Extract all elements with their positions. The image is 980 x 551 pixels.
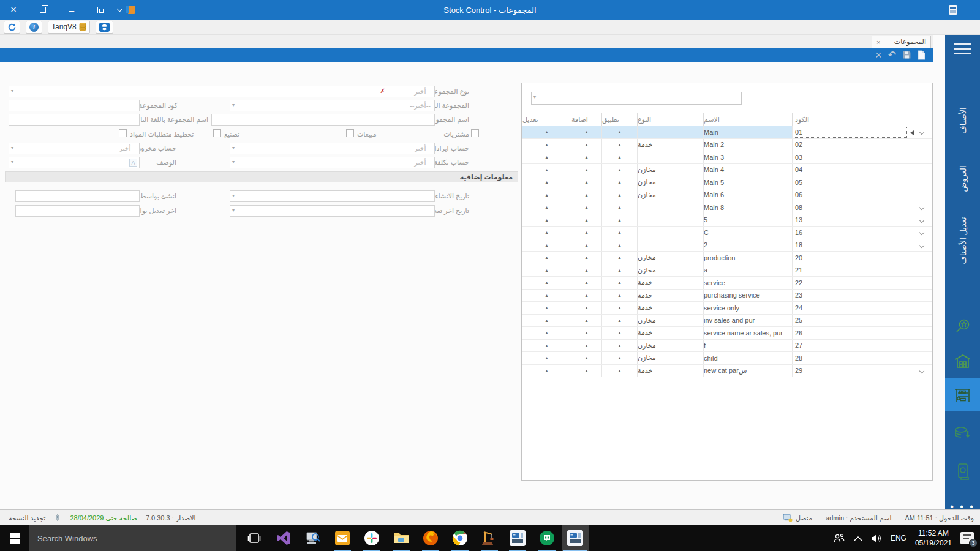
cash-return-icon[interactable] [945, 416, 980, 449]
cell-edit[interactable]: ▴ [522, 214, 571, 227]
clock[interactable]: 11:52 AM 05/19/2021 [915, 528, 952, 548]
dropdown-arrow-icon[interactable]: ▾ [11, 145, 13, 151]
sidebar-tab-items[interactable]: الأصناف [945, 96, 980, 145]
expand-chevron-icon[interactable] [919, 242, 924, 247]
cell-code[interactable]: 08 [792, 201, 908, 214]
column-header-add[interactable]: اضافة [571, 113, 601, 126]
cell-type[interactable]: مخازن [637, 176, 703, 189]
cell-add[interactable]: ▴ [571, 139, 601, 151]
cell-add[interactable]: ▴ [571, 290, 601, 302]
cell-apply[interactable]: ▴ [601, 176, 637, 189]
column-header-apply[interactable]: تطبيق [601, 113, 637, 126]
cell-edit[interactable]: ▴ [522, 176, 571, 189]
cell-edit[interactable]: ▴ [522, 126, 571, 138]
cell-apply[interactable]: ▴ [601, 239, 637, 252]
tab-close-icon[interactable]: × [876, 39, 880, 46]
modified-by-input[interactable] [15, 205, 140, 217]
cell-code[interactable]: 21 [792, 264, 908, 277]
pos-app-icon[interactable] [504, 525, 531, 551]
cell-edit[interactable]: ▴ [522, 352, 571, 364]
cell-apply[interactable]: ▴ [601, 139, 637, 151]
cell-edit[interactable]: ▴ [522, 277, 571, 289]
sidebar-tab-edit-items[interactable]: تعديل الأصناف [945, 208, 980, 272]
hangouts-icon[interactable] [533, 525, 560, 551]
dropdown-arrow-icon[interactable]: ▾ [232, 159, 235, 165]
file-explorer-icon[interactable] [388, 525, 415, 551]
column-header-edit[interactable]: تعديل [522, 113, 571, 126]
cell-name[interactable]: Main 5 [703, 176, 792, 189]
slack-icon[interactable] [358, 525, 385, 551]
sales-checkbox[interactable] [346, 129, 354, 137]
table-row[interactable]: 20productionمخازن▴▴▴ [522, 252, 932, 264]
parent-group-combobox[interactable]: ▾ --أختر-- [230, 100, 435, 111]
column-header-code[interactable]: الكود [792, 113, 908, 126]
inventory-account-combobox[interactable]: ▾ --أختر-- [9, 143, 140, 154]
table-row[interactable]: 05Main 5مخازن▴▴▴ [522, 176, 932, 189]
mail-icon[interactable] [329, 525, 356, 551]
table-row[interactable]: 27fمخازن▴▴▴ [522, 340, 932, 353]
modified-date-input[interactable]: ▾ [230, 205, 435, 217]
cell-apply[interactable]: ▴ [601, 352, 637, 364]
table-row[interactable]: 06Main 6مخازن▴▴▴ [522, 189, 932, 202]
cell-type[interactable]: مخازن [637, 340, 703, 352]
table-row[interactable]: 28childمخازن▴▴▴ [522, 352, 932, 365]
cell-type[interactable]: مخازن [637, 252, 703, 264]
cell-code[interactable]: 16 [792, 227, 908, 239]
column-header-type[interactable]: النوع [637, 113, 703, 126]
cell-name[interactable]: a [703, 264, 792, 277]
cell-type[interactable]: مخازن [637, 264, 703, 277]
cell-add[interactable]: ▴ [571, 189, 601, 201]
mrp-checkbox[interactable] [119, 129, 127, 137]
cell-type[interactable] [637, 126, 703, 138]
cell-name[interactable]: Main 8 [703, 201, 792, 214]
cell-apply[interactable]: ▴ [601, 327, 637, 339]
table-row[interactable]: 26service name ar sales, purخدمة▴▴▴ [522, 327, 932, 340]
close-record-icon[interactable]: × [875, 50, 882, 61]
remote-support-button[interactable] [96, 21, 113, 34]
cell-edit[interactable]: ▴ [522, 151, 571, 163]
manufacturing-checkbox[interactable] [213, 129, 221, 137]
cell-name[interactable]: inv sales and pur [703, 315, 792, 327]
cell-add[interactable]: ▴ [571, 239, 601, 252]
cell-edit[interactable]: ▴ [522, 302, 571, 314]
cell-edit[interactable]: ▴ [522, 164, 571, 176]
cell-code[interactable]: 18 [792, 239, 908, 252]
cell-edit[interactable]: ▴ [522, 340, 571, 352]
table-row[interactable]: 03Main 3▴▴▴ [522, 151, 932, 164]
cell-add[interactable]: ▴ [571, 302, 601, 314]
device-payment-icon[interactable] [945, 454, 980, 488]
favorites-search-icon[interactable] [945, 309, 980, 343]
cell-type[interactable]: خدمة [637, 290, 703, 302]
clear-icon[interactable]: ✗ [380, 88, 385, 94]
group-code-input[interactable] [9, 100, 140, 111]
dropdown-arrow-icon[interactable]: ▾ [533, 94, 536, 100]
cell-add[interactable]: ▴ [571, 252, 601, 264]
save-icon[interactable] [902, 50, 911, 59]
start-button[interactable] [0, 525, 29, 551]
table-row[interactable]: 21aمخازن▴▴▴ [522, 264, 932, 277]
purchases-checkbox[interactable] [471, 129, 479, 137]
dropdown-arrow-icon[interactable]: ▾ [232, 102, 235, 108]
cell-code[interactable]: 26 [792, 327, 908, 339]
cell-add[interactable]: ▴ [571, 352, 601, 364]
column-header-name[interactable]: الاسم [703, 113, 792, 126]
cell-type[interactable]: مخازن [637, 315, 703, 327]
cell-add[interactable]: ▴ [571, 327, 601, 339]
cell-add[interactable]: ▴ [571, 264, 601, 277]
cell-add[interactable]: ▴ [571, 164, 601, 176]
cell-code[interactable]: 01 [792, 126, 908, 138]
dropdown-arrow-icon[interactable]: ▾ [11, 88, 13, 94]
cell-edit[interactable]: ▴ [522, 189, 571, 201]
task-view-icon[interactable] [241, 525, 268, 551]
cell-code[interactable]: 06 [792, 189, 908, 201]
pos-app-active-icon[interactable] [562, 525, 589, 551]
cell-type[interactable]: خدمة [637, 139, 703, 151]
table-row[interactable]: 16C▴▴▴ [522, 227, 932, 239]
cell-add[interactable]: ▴ [571, 201, 601, 214]
refresh-button[interactable] [4, 21, 20, 34]
cell-name[interactable]: production [703, 252, 792, 264]
firefox-icon[interactable] [417, 525, 444, 551]
cell-name[interactable]: Main 4 [703, 164, 792, 176]
cell-type[interactable]: خدمة [637, 302, 703, 314]
cell-add[interactable]: ▴ [571, 277, 601, 289]
